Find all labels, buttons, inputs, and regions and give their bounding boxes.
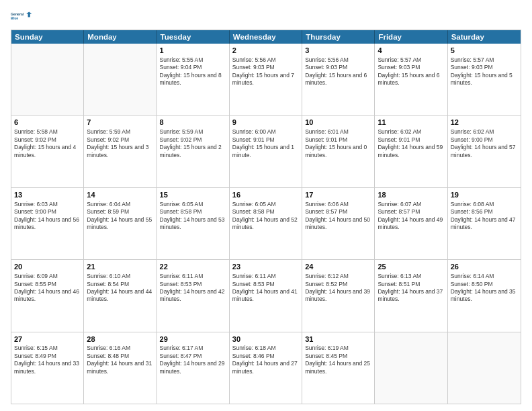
day-number: 19 (451, 190, 518, 200)
cal-cell: 3Sunrise: 5:56 AMSunset: 9:03 PMDaylight… (302, 44, 375, 115)
cell-info: Sunrise: 6:02 AMSunset: 9:01 PMDaylight:… (378, 128, 444, 159)
header-day-friday: Friday (375, 30, 447, 44)
day-number: 15 (160, 190, 226, 200)
week-row-4: 20Sunrise: 6:09 AMSunset: 8:55 PMDayligh… (11, 259, 521, 331)
day-number: 4 (378, 46, 444, 56)
cell-info: Sunrise: 5:58 AMSunset: 9:02 PMDaylight:… (14, 128, 81, 159)
cal-cell: 19Sunrise: 6:08 AMSunset: 8:56 PMDayligh… (448, 188, 521, 259)
cal-cell: 16Sunrise: 6:05 AMSunset: 8:58 PMDayligh… (230, 188, 302, 259)
cal-cell: 30Sunrise: 6:18 AMSunset: 8:46 PMDayligh… (230, 332, 302, 404)
week-row-2: 6Sunrise: 5:58 AMSunset: 9:02 PMDaylight… (11, 115, 521, 187)
day-number: 13 (14, 190, 81, 200)
cal-cell: 12Sunrise: 6:02 AMSunset: 9:00 PMDayligh… (448, 116, 521, 187)
header-day-sunday: Sunday (11, 30, 84, 44)
day-number: 3 (305, 46, 371, 56)
day-number: 12 (451, 118, 518, 128)
cal-cell: 11Sunrise: 6:02 AMSunset: 9:01 PMDayligh… (375, 116, 447, 187)
day-number: 10 (305, 118, 371, 128)
cell-info: Sunrise: 6:15 AMSunset: 8:49 PMDaylight:… (14, 345, 81, 375)
cell-info: Sunrise: 6:12 AMSunset: 8:52 PMDaylight:… (305, 273, 371, 304)
cell-info: Sunrise: 6:17 AMSunset: 8:47 PMDaylight:… (160, 345, 226, 375)
cal-cell: 7Sunrise: 5:59 AMSunset: 9:02 PMDaylight… (84, 116, 157, 187)
cell-info: Sunrise: 6:03 AMSunset: 9:00 PMDaylight:… (14, 201, 81, 232)
header: General Blue (11, 7, 521, 26)
cell-info: Sunrise: 6:11 AMSunset: 8:53 PMDaylight:… (160, 273, 226, 304)
day-number: 14 (87, 190, 153, 200)
day-number: 9 (232, 118, 299, 128)
calendar-body: 1Sunrise: 5:55 AMSunset: 9:04 PMDaylight… (11, 44, 521, 404)
cal-cell: 28Sunrise: 6:16 AMSunset: 8:48 PMDayligh… (84, 332, 157, 404)
calendar: SundayMondayTuesdayWednesdayThursdayFrid… (11, 30, 521, 404)
week-row-1: 1Sunrise: 5:55 AMSunset: 9:04 PMDaylight… (11, 44, 521, 115)
day-number: 2 (232, 46, 299, 56)
cell-info: Sunrise: 6:07 AMSunset: 8:57 PMDaylight:… (378, 201, 444, 232)
cell-info: Sunrise: 5:55 AMSunset: 9:04 PMDaylight:… (160, 56, 226, 87)
day-number: 27 (14, 334, 81, 345)
cell-info: Sunrise: 6:05 AMSunset: 8:58 PMDaylight:… (160, 201, 226, 232)
svg-text:Blue: Blue (11, 16, 18, 20)
header-day-tuesday: Tuesday (157, 30, 230, 44)
cell-info: Sunrise: 6:05 AMSunset: 8:58 PMDaylight:… (232, 201, 299, 232)
cal-cell: 24Sunrise: 6:12 AMSunset: 8:52 PMDayligh… (302, 260, 375, 331)
cell-info: Sunrise: 5:57 AMSunset: 9:03 PMDaylight:… (378, 56, 444, 87)
cal-cell: 10Sunrise: 6:01 AMSunset: 9:01 PMDayligh… (302, 116, 375, 187)
day-number: 7 (87, 118, 153, 128)
day-number: 8 (160, 118, 226, 128)
cal-cell (375, 332, 447, 404)
cell-info: Sunrise: 6:10 AMSunset: 8:54 PMDaylight:… (87, 273, 153, 304)
cell-info: Sunrise: 6:14 AMSunset: 8:50 PMDaylight:… (451, 273, 518, 304)
week-row-5: 27Sunrise: 6:15 AMSunset: 8:49 PMDayligh… (11, 332, 521, 404)
day-number: 16 (232, 190, 299, 200)
day-number: 23 (232, 262, 299, 272)
cell-info: Sunrise: 6:08 AMSunset: 8:56 PMDaylight:… (451, 201, 518, 232)
cell-info: Sunrise: 6:13 AMSunset: 8:51 PMDaylight:… (378, 273, 444, 304)
cal-cell (84, 44, 157, 115)
cell-info: Sunrise: 5:59 AMSunset: 9:02 PMDaylight:… (87, 128, 153, 159)
day-number: 1 (160, 46, 226, 56)
svg-marker-2 (26, 12, 32, 17)
day-number: 20 (14, 262, 81, 272)
cal-cell: 25Sunrise: 6:13 AMSunset: 8:51 PMDayligh… (375, 260, 447, 331)
day-number: 28 (87, 334, 153, 345)
cal-cell: 29Sunrise: 6:17 AMSunset: 8:47 PMDayligh… (157, 332, 230, 404)
cell-info: Sunrise: 6:18 AMSunset: 8:46 PMDaylight:… (232, 345, 299, 375)
cal-cell: 8Sunrise: 5:59 AMSunset: 9:02 PMDaylight… (157, 116, 230, 187)
header-day-wednesday: Wednesday (230, 30, 302, 44)
cal-cell: 23Sunrise: 6:11 AMSunset: 8:53 PMDayligh… (230, 260, 302, 331)
cell-info: Sunrise: 6:09 AMSunset: 8:55 PMDaylight:… (14, 273, 81, 304)
page: General Blue SundayMondayTuesdayWednesda… (0, 0, 532, 411)
logo-icon: General Blue (11, 7, 32, 26)
day-number: 25 (378, 262, 444, 272)
cal-cell: 21Sunrise: 6:10 AMSunset: 8:54 PMDayligh… (84, 260, 157, 331)
cal-cell: 13Sunrise: 6:03 AMSunset: 9:00 PMDayligh… (11, 188, 84, 259)
cell-info: Sunrise: 6:04 AMSunset: 8:59 PMDaylight:… (87, 201, 153, 232)
day-number: 22 (160, 262, 226, 272)
cell-info: Sunrise: 6:01 AMSunset: 9:01 PMDaylight:… (305, 128, 371, 159)
cal-cell: 4Sunrise: 5:57 AMSunset: 9:03 PMDaylight… (375, 44, 447, 115)
cell-info: Sunrise: 6:11 AMSunset: 8:53 PMDaylight:… (232, 273, 299, 304)
cal-cell: 31Sunrise: 6:19 AMSunset: 8:45 PMDayligh… (302, 332, 375, 404)
day-number: 21 (87, 262, 153, 272)
cell-info: Sunrise: 5:57 AMSunset: 9:03 PMDaylight:… (451, 56, 518, 87)
day-number: 26 (451, 262, 518, 272)
cal-cell: 1Sunrise: 5:55 AMSunset: 9:04 PMDaylight… (157, 44, 230, 115)
cal-cell: 18Sunrise: 6:07 AMSunset: 8:57 PMDayligh… (375, 188, 447, 259)
header-day-saturday: Saturday (448, 30, 521, 44)
header-day-thursday: Thursday (302, 30, 375, 44)
cal-cell: 2Sunrise: 5:56 AMSunset: 9:03 PMDaylight… (230, 44, 302, 115)
header-day-monday: Monday (84, 30, 157, 44)
day-number: 24 (305, 262, 371, 272)
logo: General Blue (11, 7, 32, 26)
day-number: 11 (378, 118, 444, 128)
cell-info: Sunrise: 6:02 AMSunset: 9:00 PMDaylight:… (451, 128, 518, 159)
cal-cell: 15Sunrise: 6:05 AMSunset: 8:58 PMDayligh… (157, 188, 230, 259)
cell-info: Sunrise: 6:19 AMSunset: 8:45 PMDaylight:… (305, 345, 371, 375)
cell-info: Sunrise: 5:56 AMSunset: 9:03 PMDaylight:… (305, 56, 371, 87)
cal-cell: 26Sunrise: 6:14 AMSunset: 8:50 PMDayligh… (448, 260, 521, 331)
cal-cell: 6Sunrise: 5:58 AMSunset: 9:02 PMDaylight… (11, 116, 84, 187)
cell-info: Sunrise: 5:56 AMSunset: 9:03 PMDaylight:… (232, 56, 299, 87)
cal-cell: 22Sunrise: 6:11 AMSunset: 8:53 PMDayligh… (157, 260, 230, 331)
svg-text:General: General (11, 12, 24, 16)
day-number: 18 (378, 190, 444, 200)
cal-cell: 20Sunrise: 6:09 AMSunset: 8:55 PMDayligh… (11, 260, 84, 331)
